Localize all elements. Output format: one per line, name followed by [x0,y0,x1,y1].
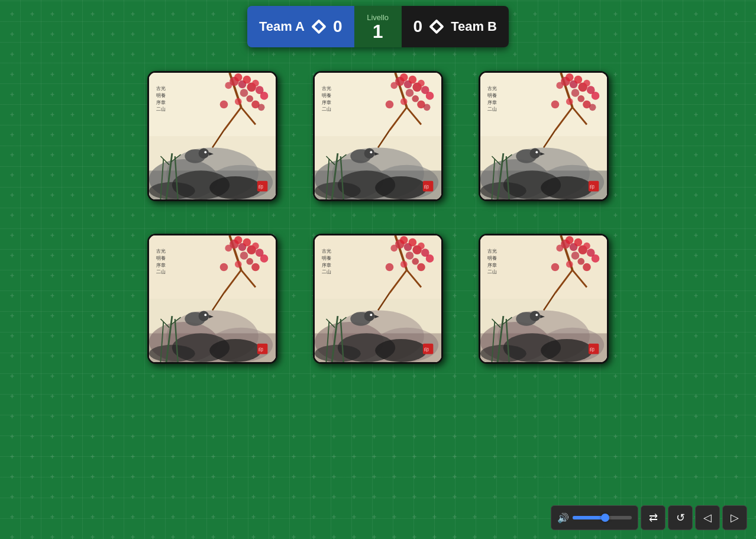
svg-point-154 [209,339,261,362]
svg-point-55 [406,89,414,97]
svg-text:序章: 序章 [156,100,166,105]
svg-point-189 [426,254,434,263]
svg-point-239 [480,345,526,362]
svg-point-56 [418,80,425,87]
svg-point-201 [370,314,372,316]
level-section: Livello 1 [354,6,402,47]
svg-text:印: 印 [424,185,429,190]
svg-text:二山: 二山 [322,106,331,112]
svg-point-117 [535,151,538,153]
svg-point-241 [530,311,541,321]
svg-point-72 [364,148,375,159]
next-button[interactable]: ▷ [722,505,747,530]
svg-point-188 [417,263,425,272]
svg-point-70 [315,182,361,199]
svg-point-15 [246,95,253,102]
svg-point-26 [209,176,261,199]
svg-point-183 [406,251,414,260]
svg-point-196 [375,339,427,362]
svg-point-59 [400,98,408,105]
svg-point-9 [225,82,232,89]
card-6[interactable]: 古光 明養 序章 二山 印 [479,234,609,364]
svg-point-52 [390,82,398,89]
svg-point-29 [199,148,209,159]
svg-point-20 [220,101,228,109]
svg-text:印: 印 [259,347,263,353]
volume-slider[interactable] [573,516,632,519]
prev-button[interactable]: ◁ [695,505,720,530]
svg-point-106 [551,101,560,109]
svg-point-220 [566,236,574,244]
svg-point-187 [400,261,408,268]
team-b-section: 0 Team B [402,6,509,47]
svg-point-53 [409,76,417,84]
svg-point-113 [480,182,526,199]
svg-point-147 [260,254,269,263]
svg-point-93 [566,73,574,82]
card-1[interactable]: 古光 明養 序章 二山 印 [147,71,277,201]
svg-point-105 [589,104,596,111]
svg-point-232 [551,263,560,272]
svg-point-62 [424,104,431,111]
svg-point-104 [592,92,600,100]
svg-text:古光: 古光 [156,86,166,91]
svg-text:二山: 二山 [156,269,166,275]
svg-text:二山: 二山 [322,269,331,275]
svg-point-148 [220,263,228,272]
svg-point-145 [235,261,242,268]
svg-point-95 [556,82,563,89]
svg-point-12 [240,89,248,97]
svg-point-19 [258,104,265,111]
svg-point-16 [235,98,242,105]
svg-point-61 [426,92,434,100]
svg-point-199 [364,311,375,321]
svg-text:古光: 古光 [487,248,497,254]
card-3[interactable]: 古光 明養 序章 二山 印 [479,71,609,201]
svg-point-184 [418,243,425,250]
svg-point-190 [386,263,394,272]
svg-point-159 [204,314,206,316]
svg-point-136 [234,236,243,244]
svg-point-243 [535,314,538,316]
svg-text:印: 印 [590,347,595,353]
svg-point-63 [386,101,394,109]
refresh-button[interactable]: ↺ [668,505,693,530]
svg-point-7 [234,73,243,82]
volume-section[interactable]: 🔊 [551,505,638,530]
volume-icon: 🔊 [557,512,569,524]
svg-text:印: 印 [424,347,429,353]
team-a-section: Team A 0 [247,6,354,47]
svg-point-142 [252,243,259,250]
svg-point-69 [375,176,427,199]
diamond-b-icon [429,20,444,34]
svg-text:序章: 序章 [487,100,497,105]
svg-point-228 [577,258,584,265]
svg-point-98 [571,89,580,97]
svg-text:明養: 明養 [156,256,166,261]
card-4[interactable]: 古光 明養 序章 二山 印 [147,234,277,364]
card-5[interactable]: 古光 明養 序章 二山 印 [313,234,443,364]
cards-grid: 古光 明養 序章 二山 印 [147,71,609,364]
svg-text:明養: 明養 [322,93,331,98]
svg-text:序章: 序章 [487,263,497,268]
svg-text:明養: 明養 [487,93,497,98]
card-2[interactable]: 古光 明養 序章 二山 印 [313,71,443,201]
toolbar: 🔊 ⇄ ↺ ◁ ▷ [551,505,747,530]
svg-text:序章: 序章 [322,263,331,268]
team-a-label: Team A [259,19,305,34]
svg-text:古光: 古光 [487,86,497,91]
svg-text:印: 印 [590,185,595,190]
svg-text:二山: 二山 [487,269,497,275]
team-b-label: Team B [451,19,497,34]
svg-point-58 [412,95,419,102]
svg-point-178 [400,236,408,244]
svg-point-138 [225,245,232,252]
team-a-score: 0 [333,17,343,36]
repeat-button[interactable]: ⇄ [641,505,665,530]
svg-point-238 [541,339,593,362]
svg-point-10 [243,76,251,84]
svg-point-13 [252,80,259,87]
svg-text:二山: 二山 [487,106,497,112]
svg-point-27 [149,182,195,199]
svg-point-186 [412,258,419,265]
